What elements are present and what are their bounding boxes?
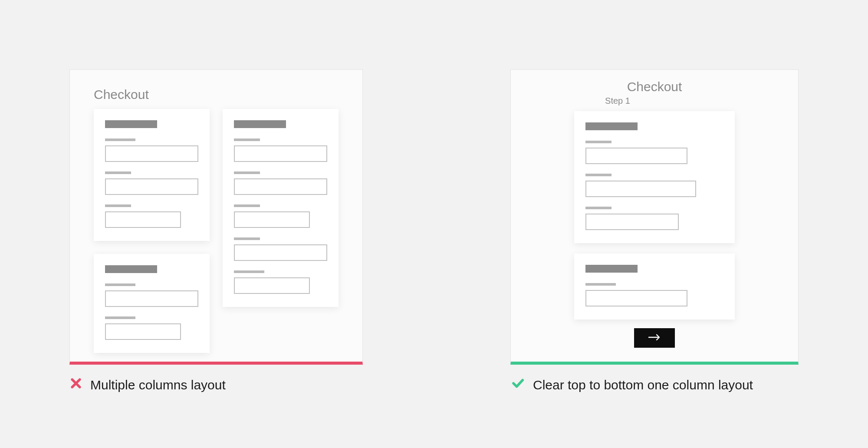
good-panel: Checkout Step 1	[510, 69, 799, 365]
form-card	[574, 254, 735, 320]
bad-col-right	[223, 109, 339, 353]
field-label-placeholder	[105, 316, 135, 319]
card-title-placeholder	[585, 265, 638, 273]
text-input[interactable]	[585, 214, 679, 230]
field-label-placeholder	[234, 237, 260, 240]
form-field	[585, 283, 723, 306]
form-field	[234, 204, 327, 228]
card-title-placeholder	[105, 120, 157, 128]
good-caption-row: Clear top to bottom one column layout	[510, 377, 799, 393]
form-card	[94, 254, 210, 353]
arrow-right-icon	[648, 333, 661, 343]
good-panel-title: Checkout	[511, 70, 798, 94]
form-field	[585, 207, 723, 230]
good-caption-text: Clear top to bottom one column layout	[533, 378, 753, 392]
text-input[interactable]	[105, 145, 198, 162]
field-label-placeholder	[105, 138, 135, 141]
good-single-column	[511, 106, 798, 348]
check-icon	[510, 377, 525, 393]
form-field	[234, 171, 327, 195]
text-input[interactable]	[234, 178, 327, 195]
form-card	[94, 109, 210, 241]
form-field	[105, 171, 198, 195]
text-input[interactable]	[234, 244, 327, 261]
text-input[interactable]	[234, 211, 310, 228]
card-title-placeholder	[585, 122, 638, 130]
bad-panel-title: Checkout	[94, 87, 149, 102]
form-field	[105, 283, 198, 307]
field-label-placeholder	[585, 207, 612, 209]
form-field	[105, 138, 198, 162]
field-label-placeholder	[234, 171, 260, 174]
bad-caption-row: Multiple columns layout	[69, 377, 363, 393]
form-field	[234, 138, 327, 162]
field-label-placeholder	[234, 138, 260, 141]
text-input[interactable]	[105, 290, 198, 307]
form-card	[574, 111, 735, 243]
field-label-placeholder	[585, 174, 612, 176]
bad-columns	[70, 70, 362, 353]
text-input[interactable]	[105, 178, 198, 195]
field-label-placeholder	[234, 270, 264, 273]
field-label-placeholder	[585, 141, 612, 143]
form-field	[105, 316, 198, 340]
card-title-placeholder	[105, 265, 157, 273]
bad-panel: Checkout	[69, 69, 363, 365]
form-field	[234, 270, 327, 294]
text-input[interactable]	[234, 277, 310, 294]
text-input[interactable]	[105, 211, 181, 228]
form-field	[585, 141, 723, 164]
text-input[interactable]	[585, 290, 687, 306]
form-field	[234, 237, 327, 261]
form-field	[585, 174, 723, 197]
card-title-placeholder	[234, 120, 286, 128]
form-card	[223, 109, 339, 307]
field-label-placeholder	[105, 171, 131, 174]
field-label-placeholder	[234, 204, 260, 207]
text-input[interactable]	[105, 323, 181, 340]
next-button[interactable]	[634, 328, 675, 348]
bad-caption-text: Multiple columns layout	[90, 378, 226, 392]
field-label-placeholder	[105, 283, 135, 286]
bad-example: Checkout	[69, 69, 363, 393]
cross-icon	[69, 377, 82, 393]
form-field	[105, 204, 198, 228]
good-example: Checkout Step 1	[510, 69, 799, 393]
bad-col-left	[94, 109, 210, 353]
text-input[interactable]	[585, 181, 696, 197]
text-input[interactable]	[234, 145, 327, 162]
step-label: Step 1	[510, 96, 798, 106]
field-label-placeholder	[585, 283, 616, 286]
field-label-placeholder	[105, 204, 131, 207]
text-input[interactable]	[585, 148, 687, 164]
